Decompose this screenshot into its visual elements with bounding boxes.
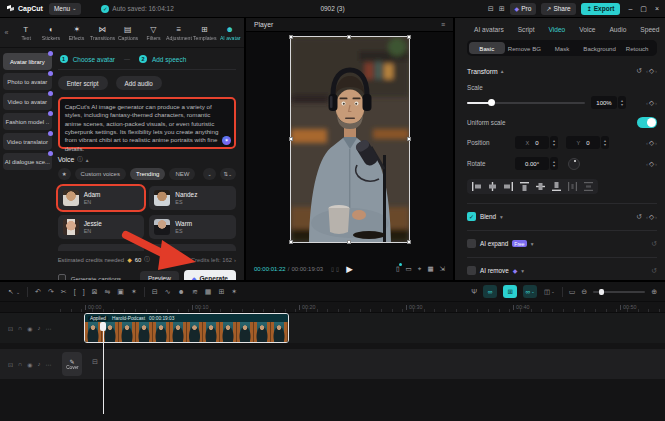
track-type-icon[interactable]: ⊡ bbox=[8, 361, 13, 368]
track-type-icon[interactable]: ⊡ bbox=[8, 325, 13, 332]
reset-icon[interactable]: ↺ bbox=[651, 267, 657, 275]
export-button[interactable]: ↥ Export bbox=[581, 3, 621, 15]
position-y-stepper[interactable]: ▴▾ bbox=[601, 136, 609, 149]
tab-audio[interactable]: Audio bbox=[602, 26, 633, 33]
delete-icon[interactable]: ⊠ bbox=[92, 288, 98, 296]
next-frame-icon[interactable]: ▯ bbox=[336, 266, 339, 272]
collapse-panel-button[interactable]: « bbox=[0, 29, 13, 36]
selection-handle[interactable] bbox=[289, 240, 293, 244]
voice-card-adam[interactable]: AdamEN bbox=[58, 186, 145, 210]
render-preview-icon[interactable]: ▭ bbox=[569, 288, 576, 296]
lock-icon[interactable]: ∩ bbox=[18, 325, 22, 331]
mute-icon[interactable]: ♪ bbox=[38, 325, 41, 331]
tab-text[interactable]: TText bbox=[13, 25, 39, 41]
tab-stickers[interactable]: ◐Stickers bbox=[39, 25, 65, 41]
rotate-input[interactable]: 0.00° bbox=[515, 157, 549, 170]
tab-captions[interactable]: ▤Captions bbox=[115, 25, 141, 41]
keyframe-diamond-icon[interactable]: ◇ bbox=[649, 213, 654, 221]
transform-header[interactable]: Transform ▴ ↺ ‹◇› bbox=[467, 67, 657, 75]
minimize-button[interactable]: – bbox=[628, 5, 632, 12]
chevron-down-icon[interactable]: ▾ bbox=[521, 268, 524, 274]
position-keyframe[interactable]: ‹◇› bbox=[646, 139, 657, 147]
position-y-input[interactable]: Y0 bbox=[566, 136, 600, 149]
voice-card-partial[interactable] bbox=[58, 244, 145, 251]
enter-script-button[interactable]: Enter script bbox=[58, 76, 108, 90]
preview-split-button[interactable]: ◫⌄ bbox=[543, 285, 556, 298]
prev-keyframe-icon[interactable]: ‹ bbox=[646, 161, 648, 167]
info-icon[interactable]: ⓘ bbox=[77, 156, 83, 163]
effects-icon[interactable]: ✶ bbox=[231, 288, 237, 296]
voice-card-nandez[interactable]: NandezES bbox=[149, 186, 236, 210]
share-button[interactable]: ↗ Share bbox=[541, 3, 575, 15]
pro-button[interactable]: ◆ Pro bbox=[510, 3, 537, 15]
mirror-icon[interactable]: ⇋ bbox=[104, 288, 110, 296]
align-bottom-button[interactable] bbox=[550, 181, 563, 192]
visibility-icon[interactable]: ◉ bbox=[27, 325, 32, 332]
ai-expand-checkbox[interactable] bbox=[467, 239, 476, 248]
selection-handle[interactable] bbox=[347, 240, 351, 244]
position-x-input[interactable]: X0 bbox=[515, 136, 549, 149]
subtab-remove-bg[interactable]: Remove BG bbox=[507, 42, 543, 54]
magnetic-snap-toggle[interactable]: ⊞ bbox=[503, 285, 517, 298]
video-preview[interactable] bbox=[291, 37, 409, 242]
audio-wave-icon[interactable]: ∿ bbox=[165, 288, 171, 296]
reset-icon[interactable]: ↺ bbox=[651, 240, 657, 248]
tab-ai-avatar[interactable]: ☻AI avatar bbox=[217, 25, 243, 41]
redo-icon[interactable]: ↷ bbox=[48, 288, 54, 296]
timeline-ruler[interactable]: 00:00 00:10 00:20 00:30 00:40 00:50 bbox=[0, 302, 665, 313]
distribute-h-button[interactable] bbox=[566, 181, 579, 192]
tab-transitions[interactable]: ⋈Transitions bbox=[90, 25, 116, 41]
collapse-voice-icon[interactable]: ▴ bbox=[86, 157, 89, 163]
visibility-icon[interactable]: ◉ bbox=[27, 361, 32, 368]
display-mode-icon[interactable]: ▭ bbox=[406, 265, 412, 273]
selection-handle[interactable] bbox=[407, 35, 411, 39]
tab-script[interactable]: Script bbox=[511, 26, 542, 33]
keyframe-diamond-icon[interactable]: ◇ bbox=[649, 99, 654, 107]
add-audio-button[interactable]: Add audio bbox=[116, 76, 162, 90]
favorites-filter[interactable]: ★ bbox=[58, 168, 71, 180]
subtab-mask[interactable]: Mask bbox=[544, 42, 580, 54]
aspect-ratio-icon[interactable]: ▯ bbox=[396, 265, 400, 273]
nav-photo-to-avatar[interactable]: Photo to avatar bbox=[3, 73, 52, 90]
subtab-background[interactable]: Background bbox=[582, 42, 618, 54]
auto-ripple-toggle[interactable]: ∞ bbox=[483, 285, 497, 298]
tab-templates[interactable]: ⊞Templates bbox=[192, 25, 218, 41]
delete-right-icon[interactable]: ] bbox=[83, 288, 85, 295]
step-down-icon[interactable]: ▾ bbox=[604, 143, 606, 147]
nav-ai-dialogue[interactable]: AI dialogue sce... bbox=[3, 153, 52, 170]
step-down-icon[interactable]: ▾ bbox=[553, 164, 555, 168]
more-icon[interactable]: ⋯ bbox=[46, 361, 52, 368]
sort-button[interactable]: ⇅⌄ bbox=[220, 168, 236, 180]
ai-portrait-icon[interactable]: ☻ bbox=[178, 288, 185, 295]
video-clip-harold-podcast[interactable]: Applied Harold-Podcast 00:00:19:03 bbox=[84, 313, 289, 343]
zoom-out-icon[interactable]: ⊖ bbox=[581, 288, 587, 296]
nav-avatar-library[interactable]: Avatar library bbox=[3, 53, 52, 70]
media-folder-icon[interactable]: ⊞ bbox=[218, 288, 224, 296]
maximize-button[interactable]: ▢ bbox=[640, 5, 647, 13]
filter-trending[interactable]: Trending bbox=[130, 168, 165, 180]
tab-effects[interactable]: ✶Effects bbox=[64, 25, 90, 41]
keyframe-diamond-icon[interactable]: ◇ bbox=[649, 160, 654, 168]
prev-keyframe-icon[interactable]: ‹ bbox=[646, 100, 648, 106]
render-quality-icon[interactable]: ⌖ bbox=[418, 265, 422, 273]
prev-keyframe-icon[interactable]: ‹ bbox=[646, 214, 648, 220]
next-keyframe-icon[interactable]: › bbox=[655, 214, 657, 220]
subtab-retouch[interactable]: Retouch bbox=[619, 42, 655, 54]
chevron-down-icon[interactable]: ▾ bbox=[500, 214, 503, 220]
blend-keyframe[interactable]: ‹◇› bbox=[646, 213, 657, 221]
tab-video[interactable]: Video bbox=[542, 26, 573, 33]
reset-icon[interactable]: ↺ bbox=[636, 67, 642, 75]
player-menu-icon[interactable]: ≡ bbox=[441, 21, 445, 28]
credits-left[interactable]: Credits left: 162 › bbox=[191, 257, 236, 263]
ai-sparkle-icon[interactable]: ✶ bbox=[222, 136, 231, 145]
prev-keyframe-icon[interactable]: ‹ bbox=[646, 140, 648, 146]
close-button[interactable]: × bbox=[655, 5, 659, 12]
cover-button[interactable]: ✎ Cover bbox=[62, 352, 82, 376]
voice-card-jessie[interactable]: JessieEN bbox=[58, 215, 145, 239]
scale-slider[interactable] bbox=[467, 102, 585, 104]
tab-voice[interactable]: Voice bbox=[572, 26, 602, 33]
tab-filters[interactable]: ▽Filters bbox=[141, 25, 167, 41]
next-keyframe-icon[interactable]: › bbox=[655, 161, 657, 167]
keyframe-control[interactable]: ‹◇› bbox=[646, 67, 657, 75]
split-icon[interactable]: ✂ bbox=[61, 288, 67, 296]
